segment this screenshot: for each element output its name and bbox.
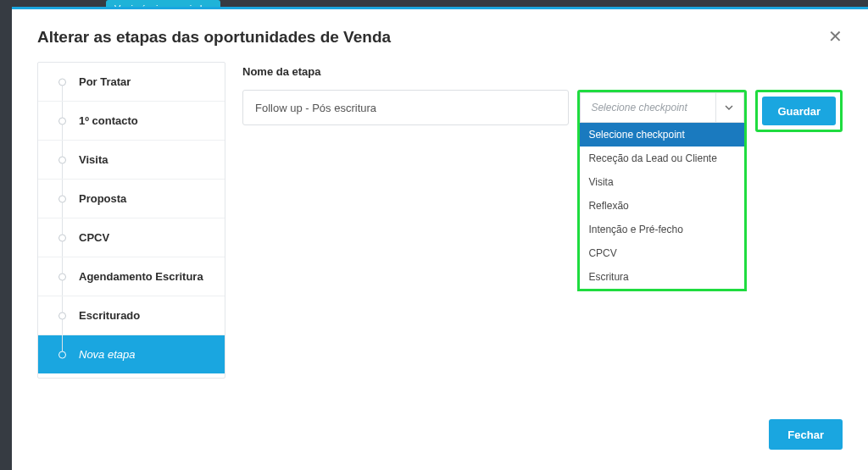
step-item-1o-contacto[interactable]: 1º contacto <box>38 102 225 141</box>
edit-stages-modal: Alterar as etapas das oportunidades de V… <box>12 7 868 470</box>
modal-title: Alterar as etapas das oportunidades de V… <box>37 28 391 47</box>
step-label: 1º contacto <box>79 114 138 127</box>
checkpoint-option-reflexao[interactable]: Reflexão <box>580 194 744 218</box>
checkpoint-option-placeholder[interactable]: Selecione checkpoint <box>580 123 744 147</box>
step-label: Visita <box>79 153 108 166</box>
chevron-down-icon <box>715 93 733 122</box>
steps-sidebar: Por Tratar 1º contacto Visita Proposta C… <box>37 62 225 379</box>
checkpoint-option-rececao-lead[interactable]: Receção da Lead ou Cliente <box>580 147 744 170</box>
checkpoint-option-escritura[interactable]: Escritura <box>580 265 744 289</box>
close-icon[interactable]: ✕ <box>828 28 843 45</box>
checkpoint-select[interactable]: Selecione checkpoint <box>580 92 744 123</box>
step-item-agendamento-escritura[interactable]: Agendamento Escritura <box>38 257 225 296</box>
save-button-highlight: Guardar <box>755 90 843 132</box>
modal-footer: Fechar <box>12 406 868 470</box>
step-label: CPCV <box>79 231 109 244</box>
modal-header: Alterar as etapas das oportunidades de V… <box>12 9 868 62</box>
checkpoint-select-highlight: Selecione checkpoint Selecione checkpoin… <box>577 90 747 125</box>
step-label: Nova etapa <box>79 348 136 361</box>
save-button[interactable]: Guardar <box>762 97 836 125</box>
step-item-visita[interactable]: Visita <box>38 141 225 180</box>
checkpoint-placeholder: Selecione checkpoint <box>591 102 687 113</box>
modal-body: Por Tratar 1º contacto Visita Proposta C… <box>12 62 868 406</box>
step-item-proposta[interactable]: Proposta <box>38 180 225 218</box>
form-content: Nome da etapa Selecione checkpoint Selec… <box>242 62 843 406</box>
close-button[interactable]: Fechar <box>769 419 843 450</box>
step-item-nova-etapa[interactable]: Nova etapa <box>38 335 225 373</box>
step-label: Por Tratar <box>79 75 131 88</box>
checkpoint-dropdown: Selecione checkpoint Receção da Lead ou … <box>577 123 747 291</box>
step-item-por-tratar[interactable]: Por Tratar <box>38 63 225 102</box>
step-label: Escriturado <box>79 309 140 322</box>
stage-name-input[interactable] <box>242 90 569 125</box>
stage-name-label: Nome da etapa <box>242 62 843 78</box>
form-row: Selecione checkpoint Selecione checkpoin… <box>242 90 843 132</box>
checkpoint-option-cpcv[interactable]: CPCV <box>580 241 744 265</box>
step-item-cpcv[interactable]: CPCV <box>38 218 225 257</box>
checkpoint-option-intencao-pre-fecho[interactable]: Intenção e Pré-fecho <box>580 218 744 241</box>
step-label: Agendamento Escritura <box>79 270 203 283</box>
checkpoint-option-visita[interactable]: Visita <box>580 170 744 194</box>
step-item-escriturado[interactable]: Escriturado <box>38 296 225 335</box>
step-label: Proposta <box>79 192 126 205</box>
